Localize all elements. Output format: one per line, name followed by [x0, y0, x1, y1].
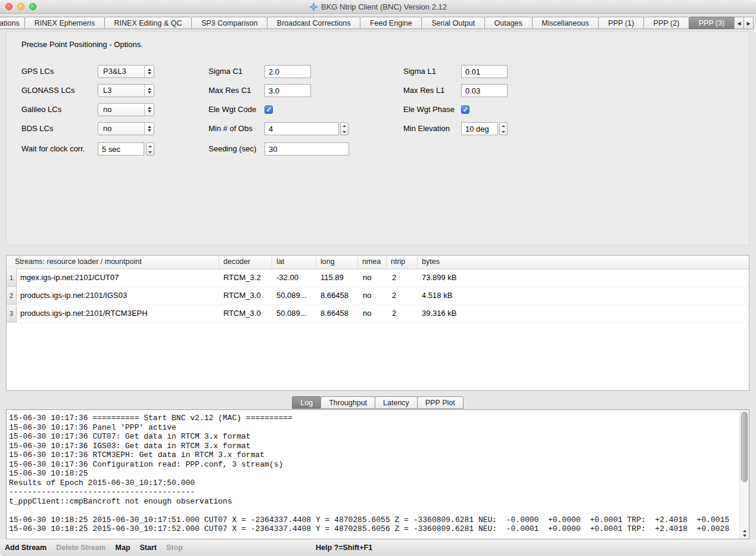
main-tab-bar: ations RINEX Ephemeris RINEX Editing & Q… — [0, 16, 754, 29]
tab-broadcast-corrections[interactable]: Broadcast Corrections — [267, 17, 360, 29]
gps-lcs-select[interactable]: P3&L3 — [98, 65, 154, 78]
tab-log[interactable]: Log — [292, 396, 321, 409]
seeding-label: Seeding (sec) — [209, 142, 256, 156]
cell-long: 115.89 — [321, 269, 344, 287]
tab-feed-engine[interactable]: Feed Engine — [360, 17, 422, 29]
dropdown-arrows-icon — [144, 85, 154, 97]
wait-clock-corr-label: Wait for clock corr. — [21, 142, 85, 156]
ele-wgt-code-label: Ele Wgt Code — [209, 103, 256, 116]
max-res-l1-label: Max Res L1 — [403, 84, 444, 97]
sigma-l1-label: Sigma L1 — [403, 65, 436, 78]
status-bar: Add Stream Delete Stream Map Start Stop … — [0, 539, 756, 556]
scrollbar-up-icon[interactable] — [743, 530, 746, 532]
cell-mountpoint: mgex.igs-ip.net:2101/CUT07 — [20, 269, 119, 287]
tab-ppp-2[interactable]: PPP (2) — [643, 17, 689, 29]
max-res-l1-input[interactable] — [461, 84, 508, 97]
cell-ntrip: 2 — [392, 269, 396, 287]
ele-wgt-phase-label: Ele Wgt Phase — [403, 103, 455, 116]
seeding-input[interactable] — [265, 142, 349, 156]
add-stream-button[interactable]: Add Stream — [5, 543, 46, 552]
zoom-button[interactable] — [29, 3, 36, 10]
start-button[interactable]: Start — [140, 543, 157, 552]
min-obs-input[interactable] — [265, 122, 339, 135]
header-lat: lat — [272, 256, 316, 268]
cell-mountpoint: products.igs-ip.net:2101/RTCM3EPH — [20, 305, 148, 322]
log-line: 15-06-30 10:17:36 IGS03: Get data in RTC… — [9, 442, 739, 451]
tab-rinex-editing-qc[interactable]: RINEX Editing & QC — [104, 17, 192, 29]
log-line: 15-06-30 10:18:25 2015-06-30_10:17:51.00… — [9, 515, 739, 525]
tab-throughput[interactable]: Throughput — [321, 396, 375, 409]
tab-outages[interactable]: Outages — [484, 17, 533, 29]
tab-serial-output[interactable]: Serial Output — [421, 17, 484, 29]
tab-latency[interactable]: Latency — [375, 396, 418, 409]
sigma-c1-label: Sigma C1 — [209, 65, 242, 78]
tab-rinex-ephemeris[interactable]: RINEX Ephemeris — [24, 17, 105, 29]
cell-nmea: no — [363, 287, 371, 305]
check-icon: ✓ — [266, 106, 271, 113]
tab-sp3-comparison[interactable]: SP3 Comparison — [191, 17, 267, 29]
log-line: 15-06-30 10:17:36 Configuration read: PP… — [9, 460, 739, 470]
row-number: 2 — [7, 287, 17, 305]
min-elevation-stepper[interactable] — [499, 122, 508, 135]
stepper-up-icon[interactable] — [341, 123, 348, 129]
stepper-down-icon[interactable] — [500, 129, 507, 135]
stepper-down-icon[interactable] — [147, 149, 154, 155]
scrollbar-down-icon[interactable] — [743, 535, 746, 537]
map-button[interactable]: Map — [116, 543, 130, 552]
scrollbar-thumb[interactable] — [741, 412, 748, 482]
cell-lat: 50.089... — [276, 287, 307, 305]
bds-lcs-select[interactable]: no — [98, 122, 154, 135]
tab-scroll-right-icon[interactable]: ▶ — [743, 17, 754, 29]
stream-row[interactable]: 2 products.igs-ip.net:2101/IGS03 RTCM_3.… — [7, 287, 749, 305]
galileo-lcs-select[interactable]: no — [98, 103, 154, 116]
help-button[interactable]: Help ?=Shift+F1 — [316, 539, 372, 556]
log-line: 15-06-30 10:17:36 RTCM3EPH: Get data in … — [9, 451, 739, 460]
stream-row[interactable]: 1 mgex.igs-ip.net:2101/CUT07 RTCM_3.2 -3… — [7, 269, 749, 287]
header-long: long — [316, 256, 358, 268]
ele-wgt-code-checkbox[interactable]: ✓ — [265, 105, 273, 114]
tab-ppp-plot[interactable]: PPP Plot — [417, 396, 463, 409]
window-title: BKG Ntrip Client (BNC) Version 2.12 — [309, 2, 447, 11]
header-ntrip: ntrip — [387, 256, 418, 268]
check-icon: ✓ — [462, 106, 468, 113]
row-number: 1 — [7, 269, 17, 287]
output-tab-bar: Log Throughput Latency PPP Plot — [0, 396, 756, 409]
min-obs-stepper[interactable] — [340, 122, 349, 135]
wait-clock-corr-stepper[interactable] — [146, 142, 154, 156]
sigma-l1-input[interactable] — [461, 65, 508, 78]
app-icon — [309, 2, 318, 11]
header-mountpoint: Streams: resource loader / mountpoint — [7, 256, 219, 268]
app-window: BKG Ntrip Client (BNC) Version 2.12 atio… — [0, 0, 756, 556]
cell-ntrip: 2 — [392, 287, 396, 305]
tab-ppp-3[interactable]: PPP (3) — [689, 17, 735, 29]
gps-lcs-label: GPS LCs — [21, 65, 54, 78]
tab-ppp-1[interactable]: PPP (1) — [598, 17, 644, 29]
ele-wgt-phase-checkbox[interactable]: ✓ — [461, 105, 469, 114]
header-decoder: decoder — [219, 256, 272, 268]
tab-rinex-observations-partial[interactable]: ations — [0, 17, 25, 29]
tab-miscellaneous[interactable]: Miscellaneous — [532, 17, 599, 29]
cell-mountpoint: products.igs-ip.net:2101/IGS03 — [20, 287, 127, 305]
log-line: 15-06-30 10:17:36 ========== Start BNC v… — [9, 414, 739, 423]
delete-stream-button: Delete Stream — [56, 543, 105, 552]
stepper-down-icon[interactable] — [341, 129, 348, 135]
log-scrollbar[interactable] — [739, 410, 749, 539]
min-elevation-input[interactable] — [461, 122, 498, 135]
tab-scroll-left-icon[interactable]: ◀ — [734, 17, 744, 29]
stream-row[interactable]: 3 products.igs-ip.net:2101/RTCM3EPH RTCM… — [7, 305, 749, 323]
max-res-c1-input[interactable] — [265, 84, 311, 97]
wait-clock-corr-input[interactable] — [98, 142, 144, 156]
log-line: 15-06-30 10:18:25 — [9, 469, 739, 479]
glonass-lcs-select[interactable]: L3 — [98, 84, 154, 97]
stepper-up-icon[interactable] — [147, 143, 154, 149]
panel-heading: Precise Point Positioning - Options. — [21, 40, 143, 49]
minimize-button[interactable] — [17, 3, 24, 10]
gps-lcs-value: P3&L3 — [103, 66, 126, 77]
close-button[interactable] — [5, 3, 13, 10]
stepper-up-icon[interactable] — [500, 123, 507, 129]
header-bytes: bytes — [418, 256, 749, 268]
sigma-c1-input[interactable] — [265, 65, 311, 78]
cell-lat: -32.00 — [276, 269, 298, 287]
log-line: ---------------------------------------- — [9, 487, 739, 497]
galileo-lcs-value: no — [103, 104, 111, 116]
